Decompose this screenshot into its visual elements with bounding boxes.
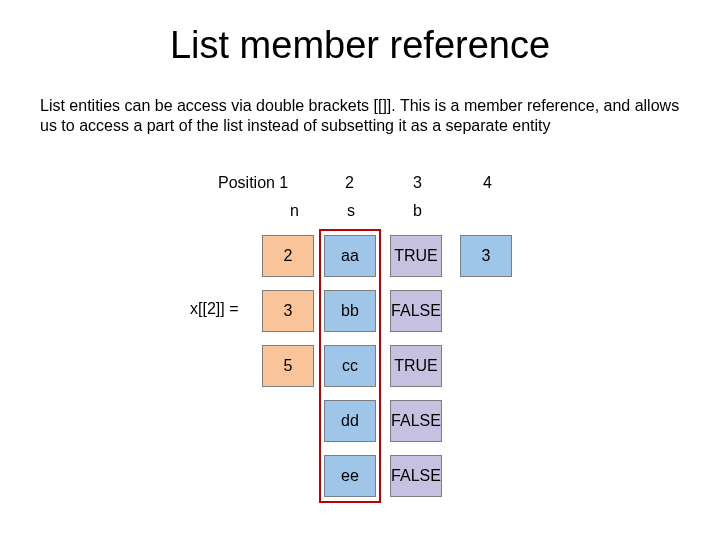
cell-b-3: TRUE [390, 345, 442, 387]
position-2-label: 2 [345, 174, 354, 192]
header-s: s [347, 202, 355, 220]
cell-n-2: 3 [262, 290, 314, 332]
description-text: List entities can be access via double b… [40, 96, 680, 136]
cell-b-5: FALSE [390, 455, 442, 497]
cell-b-4: FALSE [390, 400, 442, 442]
page-title: List member reference [0, 24, 720, 67]
cell-b-2: FALSE [390, 290, 442, 332]
highlight-col-s [319, 229, 381, 503]
header-b: b [413, 202, 422, 220]
position-4-label: 4 [483, 174, 492, 192]
position-1-label: Position 1 [218, 174, 288, 192]
cell-n-1: 2 [262, 235, 314, 277]
cell-b-1: TRUE [390, 235, 442, 277]
expression-label: x[[2]] = [190, 300, 238, 318]
header-n: n [290, 202, 299, 220]
cell-4-1: 3 [460, 235, 512, 277]
cell-n-3: 5 [262, 345, 314, 387]
position-3-label: 3 [413, 174, 422, 192]
